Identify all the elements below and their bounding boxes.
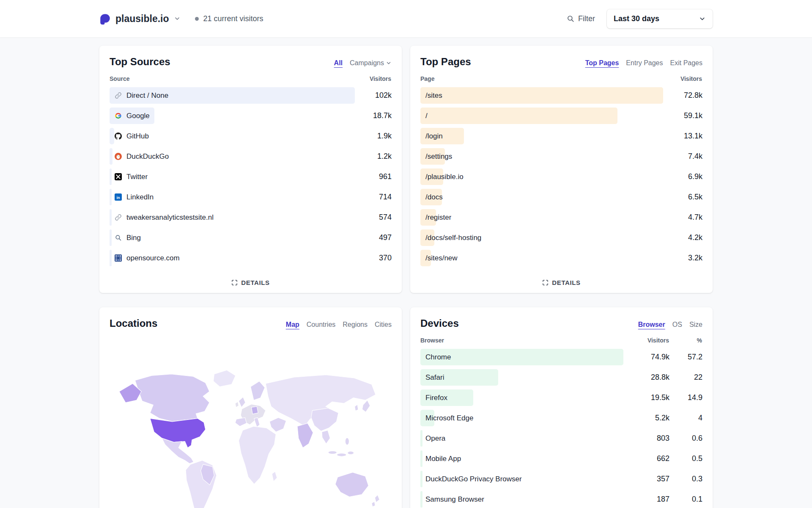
row-label: DuckDuckGo [126,152,169,161]
row-label: Samsung Browser [425,495,484,504]
page-row[interactable]: /docs6.5k [420,189,702,205]
row-percent: 14.9 [669,393,702,402]
source-row[interactable]: Direct / None102k [110,87,392,104]
filter-button[interactable]: Filter [567,14,595,23]
column-source: Source [110,75,129,82]
browser-row[interactable]: Safari28.8k22 [420,369,702,386]
source-row[interactable]: DuckDuckGo1.2k [110,148,392,165]
row-visitors: 28.8k [623,373,669,382]
page-row[interactable]: /docs/self-hosting4.2k [420,229,702,246]
tab-top-pages[interactable]: Top Pages [585,59,619,67]
browser-row[interactable]: Chrome74.9k57.2 [420,349,702,365]
link-icon [115,92,122,99]
devices-tabs: BrowserOSSize [638,321,702,329]
tab-entry-pages[interactable]: Entry Pages [626,59,663,67]
row-label: Mobile App [425,455,461,463]
tab-cities[interactable]: Cities [375,321,392,329]
row-visitors: 662 [623,454,669,463]
row-label: /login [425,132,443,141]
current-visitors[interactable]: 21 current visitors [195,14,263,23]
top-pages-card: Top Pages Top PagesEntry PagesExit Pages… [410,46,713,293]
row-label: Twitter [126,173,148,181]
source-row[interactable]: GitHub1.9k [110,128,392,144]
site-switcher[interactable]: plausible.io [99,13,181,25]
source-row[interactable]: Bing497 [110,229,392,246]
top-pages-details-button[interactable]: DETAILS [420,274,702,286]
tab-map[interactable]: Map [286,321,299,329]
row-visitors: 574 [379,213,392,222]
expand-icon [231,279,238,286]
github-icon [115,133,122,140]
row-visitors: 19.5k [623,393,669,402]
top-sources-details-button[interactable]: DETAILS [110,274,392,286]
column-visitors: Visitors [623,337,669,344]
row-visitors: 4.2k [688,233,702,242]
link-icon [115,214,122,221]
page-row[interactable]: /register4.7k [420,209,702,226]
top-sources-card: Top Sources AllCampaigns Source Visitors… [99,46,402,293]
locations-card: Locations MapCountriesRegionsCities [99,307,402,508]
tab-exit-pages[interactable]: Exit Pages [670,59,702,67]
map-region-asia[interactable] [266,375,376,456]
row-visitors: 72.8k [684,91,702,100]
row-visitors: 13.1k [684,132,702,141]
chevron-down-icon [699,15,706,22]
browser-row[interactable]: Mobile App6620.5 [420,450,702,467]
devices-card: Devices BrowserOSSize Browser Visitors %… [410,307,713,508]
top-sources-title: Top Sources [110,56,170,68]
row-visitors: 3.2k [688,254,702,262]
source-row[interactable]: opensource.com370 [110,250,392,266]
tab-os[interactable]: OS [672,321,682,329]
row-percent: 22 [669,373,702,382]
page-row[interactable]: /sites72.8k [420,87,702,104]
browser-row[interactable]: Opera8030.6 [420,430,702,447]
page-row[interactable]: /settings7.4k [420,148,702,165]
tab-regions[interactable]: Regions [343,321,368,329]
row-label: Opera [425,434,445,443]
source-row[interactable]: inLinkedIn714 [110,189,392,205]
source-row[interactable]: tweakersanalyticstestsite.nl574 [110,209,392,226]
tab-browser[interactable]: Browser [638,321,665,329]
google-icon [115,112,122,119]
tab-campaigns[interactable]: Campaigns [350,59,392,67]
top-nav: plausible.io 21 current visitors Filter … [0,0,812,37]
row-label: LinkedIn [126,193,154,202]
row-percent: 4 [669,414,702,422]
top-sources-tabs: AllCampaigns [334,59,392,67]
browser-row[interactable]: DuckDuckGo Privacy Browser3570.3 [420,471,702,487]
browser-row[interactable]: Firefox19.5k14.9 [420,389,702,406]
row-visitors: 59.1k [684,111,702,120]
tab-size[interactable]: Size [689,321,702,329]
map-region-south-america[interactable] [186,461,217,508]
map-region-europe[interactable] [235,381,266,427]
world-map[interactable] [110,337,392,508]
source-row[interactable]: Google18.7k [110,108,392,124]
source-row[interactable]: Twitter961 [110,168,392,185]
opensource-icon [115,254,122,262]
map-region-africa[interactable] [239,426,277,484]
tab-countries[interactable]: Countries [307,321,335,329]
page-row[interactable]: /59.1k [420,108,702,124]
row-visitors: 803 [623,434,669,443]
top-pages-tabs: Top PagesEntry PagesExit Pages [585,59,702,67]
expand-icon [542,279,549,286]
map-region-north-america[interactable] [119,370,236,464]
row-visitors: 357 [623,475,669,483]
row-label: /plausible.io [425,173,464,181]
row-visitors: 6.9k [688,172,702,181]
page-row[interactable]: /plausible.io6.9k [420,168,702,185]
top-sources-columns: Source Visitors [110,75,392,82]
twitter-x-icon [115,173,122,180]
page-row[interactable]: /sites/new3.2k [420,250,702,266]
column-percent: % [669,337,702,344]
page-row[interactable]: /login13.1k [420,128,702,144]
column-browser: Browser [420,337,444,344]
row-label: /docs [425,193,443,202]
svg-text:in: in [116,196,120,200]
tab-all[interactable]: All [334,59,343,67]
map-region-oceania[interactable] [335,472,380,507]
browser-row[interactable]: Microsoft Edge5.2k4 [420,410,702,426]
row-label: tweakersanalyticstestsite.nl [126,213,214,222]
date-range-picker[interactable]: Last 30 days [607,9,713,28]
browser-row[interactable]: Samsung Browser1870.1 [420,491,702,508]
